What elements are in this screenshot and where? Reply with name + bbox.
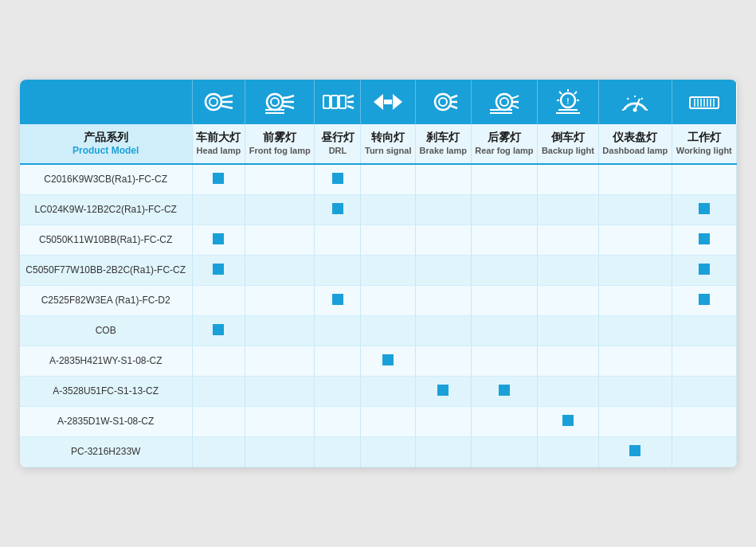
- model-cell: C2525F82W3EA (Ra1)-FC-D2: [20, 285, 193, 315]
- feature-dot: [699, 203, 710, 214]
- data-cell: [192, 315, 245, 346]
- data-cell: [672, 164, 736, 195]
- data-cell: [416, 406, 471, 436]
- data-cell: [471, 346, 538, 376]
- model-cell: PC-3216H233W: [20, 436, 193, 467]
- front-fog-zh: 前雾灯: [249, 131, 311, 145]
- feature-dot: [499, 385, 510, 396]
- data-cell: [245, 194, 314, 225]
- table-row: C2016K9W3CB(Ra1)-FC-CZ: [20, 164, 737, 195]
- data-cell: [361, 164, 416, 195]
- feature-dot: [213, 173, 224, 184]
- model-cell: A-3528U51FC-S1-13-CZ: [20, 376, 193, 406]
- svg-point-24: [496, 94, 512, 110]
- model-cell: C5050K11W10BB(Ra1)-FC-CZ: [20, 225, 193, 255]
- data-cell: [416, 285, 471, 315]
- headlamp-label: 车前大灯 Head lamp: [192, 124, 245, 163]
- svg-point-19: [435, 94, 451, 110]
- data-cell: [538, 406, 598, 436]
- model-cell: C2016K9W3CB(Ra1)-FC-CZ: [20, 164, 193, 195]
- svg-point-39: [633, 108, 637, 112]
- table-body: C2016K9W3CB(Ra1)-FC-CZLC024K9W-12B2C2(Ra…: [20, 164, 737, 467]
- svg-line-15: [347, 106, 354, 108]
- headlamp-en: Head lamp: [196, 145, 241, 156]
- backup-light-col-header: !: [538, 80, 598, 124]
- data-cell: [192, 406, 245, 436]
- data-cell: [361, 346, 416, 376]
- data-cell: [361, 315, 416, 346]
- data-cell: [538, 255, 598, 285]
- product-series-zh: 产品系列: [23, 131, 189, 145]
- front-fog-col-header: [245, 80, 314, 124]
- drl-label: 昼行灯 DRL: [315, 124, 361, 163]
- feature-dot: [213, 264, 224, 275]
- data-cell: [245, 164, 314, 195]
- data-cell: [672, 346, 736, 376]
- rear-fog-label: 后雾灯 Rear fog lamp: [471, 124, 538, 163]
- working-light-label: 工作灯 Working light: [672, 124, 736, 163]
- table-row: A-2835D1W-S1-08-CZ: [20, 406, 737, 436]
- icon-header-row: !: [20, 80, 737, 124]
- data-cell: [471, 436, 538, 467]
- data-cell: [361, 406, 416, 436]
- table-row: C5050K11W10BB(Ra1)-FC-CZ: [20, 225, 737, 255]
- data-cell: [598, 194, 672, 225]
- data-cell: [361, 225, 416, 255]
- data-cell: [598, 225, 672, 255]
- data-cell: [416, 436, 471, 467]
- data-cell: [538, 315, 598, 346]
- data-cell: [538, 194, 598, 225]
- data-cell: [361, 285, 416, 315]
- data-cell: [245, 346, 314, 376]
- working-light-zh: 工作灯: [676, 131, 732, 145]
- data-cell: [598, 376, 672, 406]
- empty-header-cell: [20, 80, 193, 124]
- data-cell: [245, 225, 314, 255]
- data-cell: [672, 194, 736, 225]
- data-cell: [245, 285, 314, 315]
- data-cell: [192, 164, 245, 195]
- product-series-en: Product Model: [23, 145, 189, 156]
- data-cell: [471, 315, 538, 346]
- svg-rect-12: [339, 96, 346, 108]
- turn-signal-en: Turn signal: [364, 145, 412, 156]
- data-cell: [538, 346, 598, 376]
- working-light-en: Working light: [676, 145, 732, 156]
- turn-signal-col-header: [361, 80, 416, 124]
- data-cell: [192, 194, 245, 225]
- brake-lamp-label: 刹车灯 Brake lamp: [416, 124, 471, 163]
- svg-line-14: [347, 96, 354, 98]
- feature-dot: [699, 264, 710, 275]
- data-cell: [315, 255, 361, 285]
- data-cell: [245, 255, 314, 285]
- data-cell: [672, 436, 736, 467]
- feature-dot: [332, 294, 343, 305]
- dashboard-zh: 仪表盘灯: [602, 131, 668, 145]
- feature-dot: [332, 203, 343, 214]
- data-cell: [416, 164, 471, 195]
- svg-line-44: [628, 98, 629, 100]
- svg-marker-17: [393, 94, 402, 110]
- dashboard-en: Dashboad lamp: [602, 145, 668, 156]
- data-cell: [245, 376, 314, 406]
- svg-line-33: [559, 92, 562, 94]
- data-cell: [361, 255, 416, 285]
- svg-point-5: [267, 94, 283, 110]
- svg-rect-11: [331, 96, 338, 108]
- data-cell: [538, 225, 598, 255]
- data-cell: [598, 285, 672, 315]
- brake-lamp-zh: 刹车灯: [419, 131, 467, 145]
- data-cell: [315, 346, 361, 376]
- data-cell: [471, 285, 538, 315]
- backup-light-label: 倒车灯 Backup light: [538, 124, 598, 163]
- table-row: PC-3216H233W: [20, 436, 737, 467]
- data-cell: [416, 225, 471, 255]
- data-cell: [598, 255, 672, 285]
- data-cell: [598, 346, 672, 376]
- data-cell: [245, 406, 314, 436]
- svg-line-3: [221, 96, 233, 98]
- data-cell: [672, 376, 736, 406]
- svg-point-1: [210, 98, 217, 106]
- data-cell: [192, 376, 245, 406]
- data-cell: [538, 164, 598, 195]
